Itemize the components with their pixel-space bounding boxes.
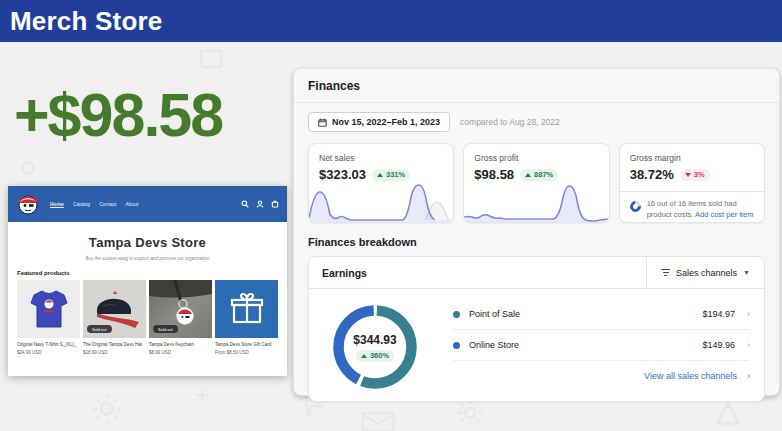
title-banner: Merch Store <box>0 0 782 42</box>
earnings-total: $344.93 <box>353 333 396 347</box>
store-nav-about[interactable]: About <box>125 201 138 207</box>
trend-up-icon <box>361 354 367 358</box>
product-name: Tampa Devs Store Gift Card <box>215 342 278 347</box>
view-all-sales-channels-link[interactable]: View all sales channels <box>644 371 737 381</box>
store-nav-links: Home Catalog Contact About <box>50 201 241 207</box>
sales-channels-filter-button[interactable]: Sales channels ▼ <box>646 257 764 288</box>
product-price: From $8.50 USD <box>215 350 278 355</box>
gross-profit-sparkline <box>464 178 608 222</box>
metric-value: 38.72% <box>630 167 674 182</box>
gift-icon <box>230 292 264 326</box>
channel-row-online-store[interactable]: Online Store $149.96 › <box>453 330 750 361</box>
metric-card-gross-profit[interactable]: Gross profit $98.58 887% <box>463 143 609 223</box>
search-icon[interactable] <box>241 200 249 208</box>
finances-breakdown-heading: Finances breakdown <box>294 223 779 256</box>
channel-row-point-of-sale[interactable]: Point of Sale $194.97 › <box>453 299 750 330</box>
channel-amount: $194.97 <box>702 309 735 319</box>
finances-panel: Finances Nov 15, 2022–Feb 1, 2023 compar… <box>293 68 780 396</box>
gear-doodle-icon <box>90 392 124 430</box>
featured-products-heading: Featured products <box>17 270 278 276</box>
chevron-right-icon: › <box>747 340 750 350</box>
plus-doodle-icon <box>195 388 209 406</box>
account-icon[interactable] <box>256 200 264 208</box>
channel-dot-teal <box>453 311 460 318</box>
store-navbar: Home Catalog Contact About <box>8 186 287 222</box>
metric-card-net-sales[interactable]: Net sales $323.03 331% <box>308 143 454 223</box>
product-image-tshirt <box>17 280 80 338</box>
trend-up-icon <box>525 173 531 177</box>
chevron-right-icon: › <box>747 371 750 381</box>
add-cost-link[interactable]: Add cost per item <box>695 210 753 219</box>
product-price: $8.99 USD <box>149 350 212 355</box>
channel-amount: $149.96 <box>702 340 735 350</box>
slide-canvas: { "header": { "title": "Merch Store" }, … <box>0 0 782 431</box>
product-card-keychain[interactable]: Sold out Tampa Devs Keychain $8.99 USD <box>149 280 212 355</box>
gear-doodle-icon <box>455 398 485 431</box>
soldout-badge: Sold out <box>87 325 112 333</box>
store-nav-contact[interactable]: Contact <box>99 201 116 207</box>
finances-heading: Finances <box>294 69 779 103</box>
product-image-hat: Sold out <box>83 280 146 338</box>
metric-label: Net sales <box>319 153 443 163</box>
store-subtitle: Buy the coolest swag to support and prom… <box>8 256 287 261</box>
profit-highlight: +$98.58 <box>14 80 222 150</box>
cart-icon[interactable] <box>271 200 279 208</box>
trend-up-icon <box>377 173 383 177</box>
product-name: Original Navy T-Shirt S_(XL)_ <box>17 342 80 347</box>
metric-label: Gross margin <box>630 153 754 163</box>
product-card-hat[interactable]: Sold out The Original Tampa Devs Hat $18… <box>83 280 146 355</box>
trend-down-icon <box>685 173 691 177</box>
product-image-giftcard <box>215 280 278 338</box>
product-price: $24.99 USD <box>17 350 80 355</box>
channel-name: Online Store <box>469 340 702 350</box>
chevron-right-icon: › <box>747 309 750 319</box>
date-range-label: Nov 15, 2022–Feb 1, 2023 <box>332 117 440 127</box>
store-nav-home[interactable]: Home <box>50 201 64 207</box>
trend-badge: 3% <box>680 169 710 181</box>
store-title: Tampa Devs Store <box>8 235 287 250</box>
store-logo[interactable] <box>16 192 40 216</box>
calendar-icon <box>318 118 327 127</box>
chevron-down-icon: ▼ <box>743 269 750 276</box>
page-title: Merch Store <box>0 0 782 42</box>
metric-card-gross-margin[interactable]: Gross margin 38.72% 3% 16 out of 16 item… <box>619 143 765 223</box>
hat-graphic <box>89 288 141 330</box>
filter-icon <box>661 269 670 276</box>
earnings-trend-badge: 360% <box>356 350 394 362</box>
envelope-doodle-icon <box>360 412 396 431</box>
metric-label: Gross profit <box>474 153 598 163</box>
product-name: Tampa Devs Keychain <box>149 342 212 347</box>
product-image-keychain: Sold out <box>149 280 212 338</box>
circle-doodle-icon <box>20 160 36 180</box>
store-nav-catalog[interactable]: Catalog <box>73 201 90 207</box>
product-name: The Original Tampa Devs Hat <box>83 342 146 347</box>
product-price: $18.99 USD <box>83 350 146 355</box>
earnings-heading: Earnings <box>309 257 646 288</box>
soldout-badge: Sold out <box>153 325 178 333</box>
filter-label: Sales channels <box>676 268 737 278</box>
earnings-donut-chart: $344.93 360% <box>319 297 437 397</box>
store-screenshot: Home Catalog Contact About Tampa Devs St… <box>8 186 287 376</box>
product-card-giftcard[interactable]: Tampa Devs Store Gift Card From $8.50 US… <box>215 280 278 355</box>
channel-name: Point of Sale <box>469 309 702 319</box>
net-sales-sparkline <box>309 178 453 222</box>
tshirt-graphic <box>29 287 69 331</box>
triangle-doodle-icon <box>715 400 741 430</box>
earnings-card: Earnings Sales channels ▼ $344.93 360% <box>308 256 765 402</box>
date-range-button[interactable]: Nov 15, 2022–Feb 1, 2023 <box>308 112 450 132</box>
progress-ring-icon <box>627 199 642 214</box>
square-doodle-icon <box>200 50 222 72</box>
product-card-tshirt[interactable]: Original Navy T-Shirt S_(XL)_ $24.99 USD <box>17 280 80 355</box>
compared-to-text: compared to Aug 28, 2022 <box>460 117 560 127</box>
product-grid: Original Navy T-Shirt S_(XL)_ $24.99 USD… <box>8 280 287 355</box>
channel-dot-blue <box>453 342 460 349</box>
